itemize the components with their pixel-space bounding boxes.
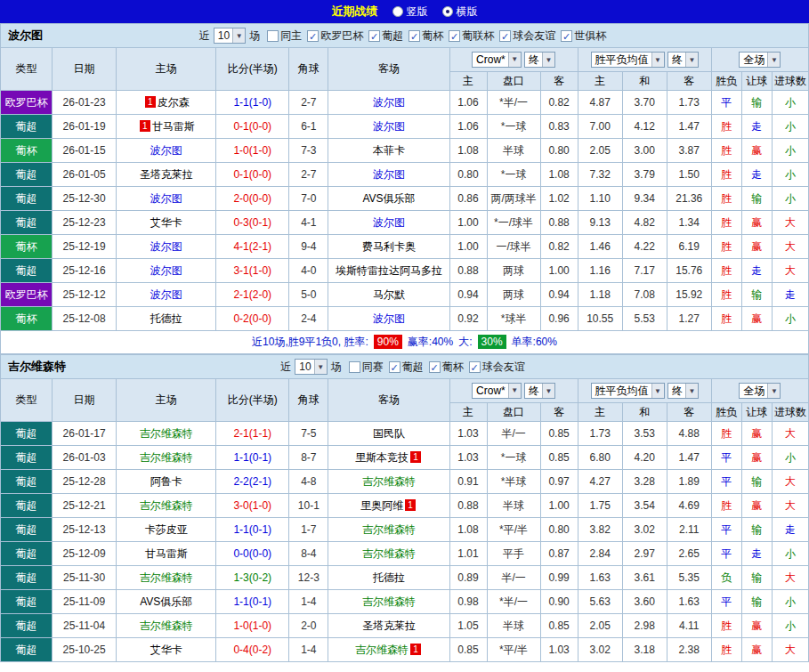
cell-away-team[interactable]: 里斯本竞技1: [328, 446, 449, 470]
cell-away-team[interactable]: 托德拉: [328, 566, 449, 590]
filter-checkbox[interactable]: ✓: [449, 30, 460, 42]
cell-away-team[interactable]: 吉尔维森特: [328, 470, 449, 494]
team-label: 托德拉: [150, 312, 182, 325]
odds-final-select[interactable]: 终▼: [524, 383, 555, 399]
cell-home-team[interactable]: 托德拉: [117, 307, 216, 331]
cell-home-team[interactable]: 吉尔维森特: [117, 422, 216, 446]
cell-away-team[interactable]: 波尔图: [328, 307, 449, 331]
layout-radio-vertical[interactable]: 竖版: [392, 4, 428, 20]
odds-controls: Crow*▼ 终▼: [449, 379, 578, 403]
bookmaker-select[interactable]: Crow*▼: [472, 383, 522, 399]
scope-select[interactable]: 全场▼: [739, 52, 781, 68]
team-label: AVS俱乐部: [140, 595, 192, 608]
cell-home-team[interactable]: 阿鲁卡: [117, 470, 216, 494]
filter-checkbox[interactable]: ✓: [389, 361, 400, 373]
cell-home-team[interactable]: 吉尔维森特: [117, 494, 216, 518]
cell-home-team[interactable]: 波尔图: [117, 283, 216, 307]
avg-final-select[interactable]: 终▼: [667, 52, 699, 68]
cell-home-team[interactable]: 圣塔克莱拉: [117, 163, 216, 187]
cell-home-team[interactable]: 1甘马雷斯: [117, 115, 216, 139]
cell-home-team[interactable]: AVS俱乐部: [117, 590, 216, 614]
cell-home-team[interactable]: 波尔图: [117, 187, 216, 211]
cell-home-team[interactable]: 艾华卡: [117, 211, 216, 235]
cell-home-team[interactable]: 吉尔维森特: [117, 614, 216, 638]
cell-home-team[interactable]: 卡莎皮亚: [117, 518, 216, 542]
cell-away-team[interactable]: 波尔图: [328, 211, 449, 235]
section-header-bar: 吉尔维森特 近 10▼ 场 同赛✓葡超✓葡杯✓球会友谊: [0, 354, 809, 378]
cell-handicap-result: 输: [741, 566, 772, 590]
cell-away-team[interactable]: 波尔图: [328, 115, 449, 139]
chevron-down-icon: ▼: [767, 53, 780, 67]
cell-odds-home: 0.92: [449, 307, 487, 331]
cell-result: 平: [711, 590, 741, 614]
cell-home-team[interactable]: 1皮尔森: [117, 91, 216, 115]
avg-final-select[interactable]: 终▼: [667, 383, 699, 399]
cell-away-team[interactable]: 圣塔克莱拉: [328, 614, 449, 638]
filter-checkbox[interactable]: [267, 30, 279, 42]
col-corner: 角球: [289, 379, 328, 422]
filter-checkbox[interactable]: ✓: [409, 30, 420, 42]
cell-date: 26-01-05: [53, 163, 117, 187]
cell-home-team[interactable]: 吉尔维森特: [117, 446, 216, 470]
cell-home-team[interactable]: 艾华卡: [117, 638, 216, 662]
filter-checkbox[interactable]: ✓: [307, 30, 319, 42]
filter-checkbox[interactable]: ✓: [368, 30, 380, 42]
cell-away-team[interactable]: 吉尔维森特: [328, 590, 449, 614]
games-count-select[interactable]: 10▼: [214, 28, 246, 44]
cell-away-team[interactable]: 费马利卡奥: [328, 235, 449, 259]
filter-checkbox[interactable]: [349, 361, 360, 373]
cell-competition: 葡超: [1, 638, 53, 662]
scope-select[interactable]: 全场▼: [739, 383, 781, 399]
cell-home-team[interactable]: 波尔图: [117, 259, 216, 283]
cell-away-team[interactable]: 吉尔维森特1: [328, 638, 449, 662]
team-label: 圣塔克莱拉: [362, 619, 416, 632]
filter-checkbox[interactable]: ✓: [499, 30, 511, 42]
cell-goals: 走: [772, 518, 808, 542]
cell-odds-away: 1.00: [540, 494, 578, 518]
cell-odds-away: 0.99: [540, 566, 578, 590]
filter-checkbox[interactable]: ✓: [561, 30, 572, 42]
cell-odds-away: 0.85: [540, 446, 578, 470]
cell-handicap: 两/两球半: [487, 187, 540, 211]
games-count-select[interactable]: 10▼: [295, 359, 327, 375]
cell-away-team[interactable]: 吉尔维森特: [328, 542, 449, 566]
cell-away-team[interactable]: 波尔图: [328, 163, 449, 187]
cell-competition: 葡杯: [1, 307, 53, 331]
cell-away-team[interactable]: 马尔默: [328, 283, 449, 307]
layout-radio-horizontal[interactable]: 横版: [442, 4, 478, 20]
cell-result: 胜: [711, 614, 741, 638]
avg-select[interactable]: 胜平负均值▼: [591, 383, 665, 399]
summary-cell: 近10场,胜9平1负0, 胜率:90%赢率:40%大:30%单率:60%: [1, 331, 809, 354]
cell-handicap: 半/一: [487, 422, 540, 446]
avg-select[interactable]: 胜平负均值▼: [591, 52, 665, 68]
cell-avg-home: 1.10: [578, 187, 622, 211]
cell-home-team[interactable]: 波尔图: [117, 235, 216, 259]
cell-competition: 葡超: [1, 446, 53, 470]
filter-checkbox[interactable]: ✓: [429, 361, 441, 373]
cell-away-team[interactable]: 波尔图: [328, 91, 449, 115]
bookmaker-select[interactable]: Crow*▼: [472, 52, 522, 68]
filter-checkbox[interactable]: ✓: [469, 361, 481, 373]
cell-handicap: *半/一: [487, 91, 540, 115]
cell-away-team[interactable]: 吉尔维森特: [328, 518, 449, 542]
cell-away-team[interactable]: 本菲卡: [328, 139, 449, 163]
col-handicap-result: 让球: [741, 72, 772, 91]
team-label: 吉尔维森特: [362, 547, 416, 560]
cell-home-team[interactable]: 波尔图: [117, 139, 216, 163]
team-label: 吉尔维森特: [140, 427, 193, 440]
col-result: 胜负: [711, 403, 741, 422]
cell-away-team[interactable]: AVS俱乐部: [328, 187, 449, 211]
odds-final-select[interactable]: 终▼: [524, 52, 555, 68]
cell-avg-away: 4.88: [667, 422, 711, 446]
cell-date: 25-11-04: [53, 614, 117, 638]
cell-home-team[interactable]: 甘马雷斯: [117, 542, 216, 566]
cell-away-team[interactable]: 国民队: [328, 422, 449, 446]
cell-goals: 小: [772, 446, 808, 470]
cell-corners: 2-0: [289, 614, 328, 638]
cell-goals: 小: [772, 139, 808, 163]
cell-away-team[interactable]: 埃斯特雷拉达阿马多拉: [328, 259, 449, 283]
cell-away-team[interactable]: 里奥阿维1: [328, 494, 449, 518]
cell-avg-draw: 9.34: [622, 187, 667, 211]
cell-home-team[interactable]: 吉尔维森特: [117, 566, 216, 590]
team-label: 甘马雷斯: [152, 120, 195, 133]
